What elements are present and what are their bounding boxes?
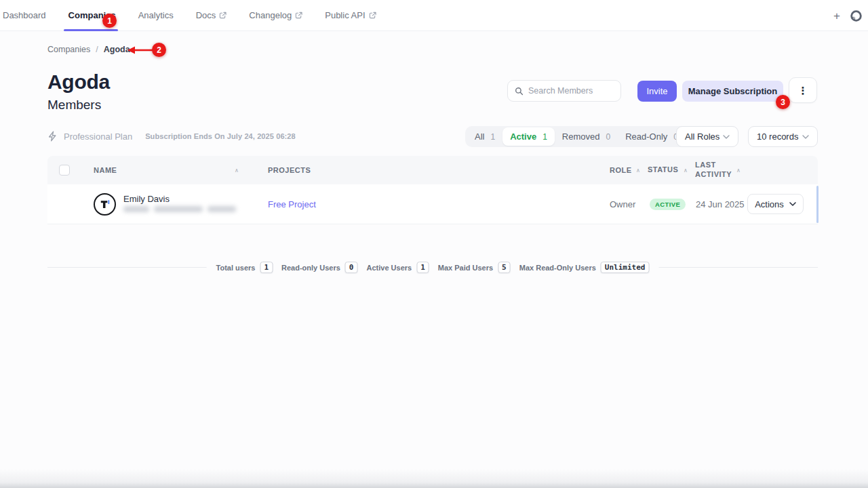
annotation-badge-1: 1: [102, 14, 117, 28]
search-icon: [515, 87, 524, 96]
nav-item-analytics[interactable]: Analytics: [138, 0, 174, 31]
filter-tab-active[interactable]: Active 1: [502, 127, 555, 146]
plan-info: Professional Plan Subscription Ends On J…: [47, 131, 296, 142]
members-table-header: NAME ∧ PROJECTS ROLE ∧ STATUS ∧ LAST ACT…: [47, 156, 818, 184]
breadcrumb-separator: /: [96, 45, 98, 54]
stat-max-read-only-users: Max Read-Only Users Unlimited: [519, 262, 650, 273]
column-name[interactable]: NAME: [94, 156, 117, 184]
stat-label: Max Paid Users: [438, 264, 493, 272]
select-all-checkbox[interactable]: [59, 165, 70, 176]
stat-read-only-users: Read-only Users 0: [281, 262, 357, 273]
search-members-box: [507, 80, 621, 102]
column-role[interactable]: ROLE: [610, 156, 632, 184]
manage-subscription-button[interactable]: Manage Subscription: [682, 81, 783, 102]
status-filter-group: All 1 Active 1 Removed 0 Read-Only 0: [465, 126, 688, 147]
top-nav: Dashboard Companies Analytics Docs Chang…: [0, 0, 868, 31]
company-logo-icon: [98, 198, 111, 211]
redacted-email: [123, 206, 236, 212]
nav-item-label: Analytics: [138, 10, 174, 20]
kebab-icon: ⋮: [798, 85, 808, 96]
stat-value: 1: [260, 262, 273, 273]
stat-total-users: Total users 1: [216, 262, 273, 273]
subscription-end-text: Subscription Ends On July 24, 2025 06:28: [145, 132, 296, 140]
filter-tab-count: 1: [542, 132, 547, 142]
annotation-badge-3: 3: [776, 95, 790, 109]
filter-tab-removed[interactable]: Removed 0: [555, 127, 618, 146]
roles-dropdown-value: All Roles: [685, 131, 719, 142]
active-tab-underline: [64, 29, 118, 31]
page-subtitle: Members: [47, 98, 101, 113]
nav-item-docs[interactable]: Docs: [196, 0, 227, 31]
nav-item-dashboard[interactable]: Dashboard: [3, 0, 46, 31]
row-actions-button[interactable]: Actions: [747, 194, 804, 214]
stat-value: 5: [498, 262, 511, 273]
invite-button[interactable]: Invite: [637, 81, 677, 102]
stat-max-paid-users: Max Paid Users 5: [438, 262, 511, 273]
project-link[interactable]: Free Project: [268, 199, 316, 209]
filter-tab-count: 1: [490, 132, 495, 142]
last-activity-date: 24 Jun 2025: [696, 199, 745, 209]
bottom-fade: [0, 469, 868, 488]
sort-icon[interactable]: ∧: [235, 167, 239, 174]
stat-active-users: Active Users 1: [366, 262, 429, 273]
records-dropdown-value: 10 records: [757, 131, 798, 142]
column-projects[interactable]: PROJECTS: [268, 156, 311, 184]
annotation-badge-2: 2: [152, 43, 166, 57]
account-icon[interactable]: [850, 9, 863, 22]
filter-tab-label: Read-Only: [625, 131, 667, 142]
search-members-input[interactable]: [528, 86, 610, 96]
annotation-arrow-icon: [126, 45, 155, 56]
app-root: Dashboard Companies Analytics Docs Chang…: [0, 0, 868, 488]
sort-icon[interactable]: ∧: [636, 167, 640, 174]
stat-label: Max Read-Only Users: [519, 264, 596, 272]
stat-value: Unlimited: [601, 262, 650, 273]
filter-tab-label: Active: [510, 131, 536, 142]
sort-icon[interactable]: ∧: [684, 167, 688, 174]
breadcrumb-companies[interactable]: Companies: [47, 45, 90, 54]
stat-label: Total users: [216, 264, 256, 272]
chevron-down-icon: [802, 135, 809, 139]
page-title: Agoda: [47, 70, 110, 94]
table-row: Emily Davis Free Project Owner ACTIVE 24…: [47, 184, 818, 224]
sort-icon[interactable]: ∧: [736, 167, 741, 174]
lightning-icon: [47, 131, 58, 142]
stat-label: Read-only Users: [281, 264, 340, 272]
actions-label: Actions: [755, 199, 784, 209]
member-name: Emily Davis: [123, 194, 170, 204]
filter-tab-label: All: [475, 131, 484, 142]
avatar: [94, 193, 116, 216]
add-icon[interactable]: +: [833, 10, 840, 22]
filter-tab-all[interactable]: All 1: [467, 127, 502, 146]
stat-value: 0: [345, 262, 358, 273]
external-link-icon: [369, 12, 376, 19]
chevron-down-icon: [789, 202, 796, 206]
nav-item-public-api[interactable]: Public API: [325, 0, 376, 31]
plan-name: Professional Plan: [64, 131, 132, 142]
column-last-activity[interactable]: LAST ACTIVITY: [695, 156, 736, 184]
filter-tab-label: Removed: [562, 131, 600, 142]
nav-item-label: Docs: [196, 10, 216, 20]
more-options-button[interactable]: ⋮: [789, 77, 817, 103]
breadcrumb: Companies / Agoda: [47, 45, 130, 54]
column-status[interactable]: STATUS: [648, 156, 678, 184]
user-stats-bar: Total users 1 Read-only Users 0 Active U…: [207, 261, 659, 274]
member-role: Owner: [610, 199, 635, 209]
stat-value: 1: [416, 262, 429, 273]
stat-label: Active Users: [366, 264, 412, 272]
nav-item-label: Public API: [325, 10, 365, 20]
filter-tab-count: 0: [606, 132, 611, 142]
nav-right-actions: +: [833, 0, 863, 31]
nav-item-label: Changelog: [249, 10, 292, 20]
external-link-icon: [219, 12, 226, 19]
status-badge: ACTIVE: [650, 199, 686, 210]
external-link-icon: [295, 12, 302, 19]
nav-item-label: Dashboard: [3, 10, 46, 20]
chevron-down-icon: [723, 135, 730, 139]
nav-item-changelog[interactable]: Changelog: [249, 0, 302, 31]
records-per-page-dropdown[interactable]: 10 records: [748, 126, 818, 147]
scrollbar-indicator[interactable]: [816, 186, 818, 223]
roles-dropdown[interactable]: All Roles: [676, 126, 738, 147]
